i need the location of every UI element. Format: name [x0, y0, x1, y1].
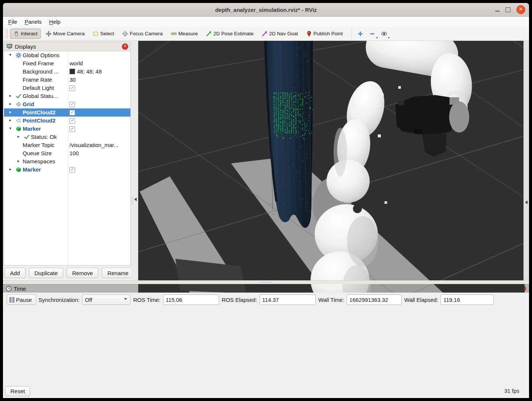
- add-tool-button[interactable]: [356, 29, 365, 39]
- ros-elapsed-field[interactable]: [260, 294, 316, 305]
- nav-goal-icon: [262, 31, 267, 37]
- toolbar-grip-handle[interactable]: [5, 29, 8, 39]
- enabled-checkbox[interactable]: ✓: [69, 126, 75, 132]
- enabled-checkbox[interactable]: ✓: [69, 102, 75, 107]
- display-row-marker[interactable]: ▸Marker✓: [4, 166, 130, 174]
- menu-item-panels[interactable]: Panels: [25, 19, 42, 25]
- display-row-fixed-frame[interactable]: Fixed Frameworld: [4, 59, 130, 68]
- expander-closed-icon[interactable]: ▸: [9, 101, 12, 106]
- row-label: PointCloud2: [23, 109, 55, 115]
- row-label: Fixed Frame: [23, 60, 54, 66]
- display-row-pointcloud2[interactable]: ▸PointCloud2✓: [4, 108, 130, 117]
- chevron-down-icon: ▾: [388, 36, 390, 39]
- expander-closed-icon[interactable]: ▸: [9, 93, 12, 98]
- sync-dropdown[interactable]: Off: [82, 294, 130, 305]
- toolbar: InteractMove CameraSelectFocus CameraMea…: [3, 27, 529, 41]
- menu-item-help[interactable]: Help: [49, 19, 61, 25]
- duplicate-button[interactable]: Duplicate: [29, 268, 64, 278]
- menu-item-file[interactable]: File: [8, 19, 17, 25]
- ros-time-field[interactable]: [163, 294, 219, 305]
- row-label: Marker Topic: [23, 142, 55, 148]
- display-row-global-options[interactable]: ▾Global Options: [4, 51, 130, 59]
- expander-closed-icon[interactable]: ▸: [17, 159, 20, 163]
- display-row-marker-topic[interactable]: Marker Topic/visualization_mar...: [4, 141, 130, 149]
- display-row-marker[interactable]: ▾Marker✓: [4, 125, 130, 133]
- select-icon: [93, 31, 99, 37]
- collapse-left-arrow-icon[interactable]: [134, 198, 137, 201]
- time-panel-splitter[interactable]: [3, 280, 529, 284]
- cloud-icon: [16, 110, 22, 115]
- render-viewport[interactable]: [138, 41, 523, 280]
- row-value[interactable]: 30: [69, 76, 76, 83]
- minimize-icon[interactable]: [495, 11, 500, 12]
- collapse-right-arrow-icon[interactable]: [525, 200, 528, 204]
- row-label: Global Options: [23, 52, 59, 58]
- tool-focus-camera[interactable]: Focus Camera: [119, 29, 166, 39]
- main-area: Displays ✕ ▾Global OptionsFixed Framewor…: [3, 41, 529, 280]
- tool-select[interactable]: Select: [90, 29, 118, 39]
- rename-button[interactable]: Rename: [102, 268, 134, 278]
- row-value[interactable]: /visualization_mar...: [69, 142, 119, 148]
- enabled-checkbox[interactable]: ✓: [69, 167, 75, 173]
- display-row-default-light[interactable]: Default Light✓: [4, 84, 130, 92]
- row-label: Frame Rate: [23, 76, 52, 83]
- check-icon: [16, 93, 22, 99]
- display-row-status-ok[interactable]: ▸Status: Ok: [4, 133, 130, 141]
- display-row-pointcloud2[interactable]: ▸PointCloud2✓: [4, 117, 130, 125]
- expander-closed-icon[interactable]: ▸: [17, 134, 20, 139]
- row-label: Marker: [23, 125, 41, 132]
- marker-icon: [16, 126, 22, 132]
- display-row-frame-rate[interactable]: Frame Rate30: [4, 76, 130, 84]
- enabled-checkbox[interactable]: ✓: [69, 118, 75, 124]
- left-panel-splitter[interactable]: [131, 41, 138, 280]
- expander-closed-icon[interactable]: ▸: [9, 167, 12, 172]
- display-row-queue-size[interactable]: Queue Size100: [4, 149, 130, 157]
- splitter-grip[interactable]: [132, 196, 134, 205]
- pose-estimate-icon: [206, 31, 212, 37]
- wall-time-field[interactable]: [347, 294, 402, 305]
- row-value[interactable]: 100: [69, 150, 79, 156]
- row-value[interactable]: world: [69, 60, 83, 66]
- row-label: Default Light: [23, 85, 54, 91]
- tool-move-camera[interactable]: Move Camera: [42, 29, 88, 39]
- expander-open-icon[interactable]: ▾: [9, 126, 12, 131]
- display-row-background[interactable]: Background ...48; 48; 48: [4, 68, 130, 76]
- publish-point-icon: [306, 31, 312, 37]
- tool-measure[interactable]: Measure: [168, 29, 201, 39]
- marker-icon: [16, 167, 22, 173]
- clock-icon: [6, 286, 12, 291]
- minus-icon: [369, 31, 375, 37]
- expander-closed-icon[interactable]: ▸: [9, 118, 12, 123]
- display-row-grid[interactable]: ▸Grid✓: [4, 100, 130, 108]
- displays-close-icon[interactable]: ✕: [122, 43, 128, 50]
- tool-2d-nav-goal[interactable]: 2D Nav Goal: [258, 29, 301, 39]
- enabled-checkbox[interactable]: ✓: [69, 110, 75, 115]
- tool-interact[interactable]: Interact: [10, 29, 41, 39]
- display-row-global-statu[interactable]: ▸Global Statu...: [4, 92, 130, 100]
- displays-panel-header: Displays ✕: [4, 42, 131, 51]
- interact-icon: [13, 31, 19, 37]
- remove-tool-button[interactable]: ▾: [367, 29, 377, 39]
- expander-open-icon[interactable]: ▾: [9, 52, 12, 57]
- row-label: Global Statu...: [23, 93, 58, 99]
- tool-publish-point[interactable]: Publish Point: [303, 29, 346, 39]
- remove-button[interactable]: Remove: [66, 268, 98, 278]
- maximize-icon[interactable]: [506, 7, 510, 12]
- tool-visibility-button[interactable]: ▾: [379, 29, 389, 39]
- wall-elapsed-field[interactable]: [441, 294, 494, 305]
- expander-closed-icon[interactable]: ▸: [9, 110, 12, 114]
- enabled-checkbox[interactable]: ✓: [69, 85, 75, 91]
- tool-2d-pose-estimate[interactable]: 2D Pose Estimate: [202, 29, 257, 39]
- toolbar-separator: [351, 29, 352, 38]
- chevron-down-icon: ▾: [376, 36, 378, 39]
- window-title: depth_analyzer_simulation.rviz* - RViz: [215, 7, 317, 13]
- right-panel-splitter[interactable]: [523, 41, 529, 280]
- reset-button[interactable]: Reset: [5, 386, 30, 396]
- splitter-dots: [260, 281, 272, 283]
- close-icon[interactable]: ✕: [516, 5, 525, 14]
- displays-panel-title: Displays: [15, 43, 120, 50]
- row-value[interactable]: 48; 48; 48: [69, 68, 102, 75]
- pause-button[interactable]: Pause: [7, 294, 36, 305]
- display-row-namespaces[interactable]: ▸Namespaces: [4, 157, 130, 166]
- add-button[interactable]: Add: [4, 268, 26, 278]
